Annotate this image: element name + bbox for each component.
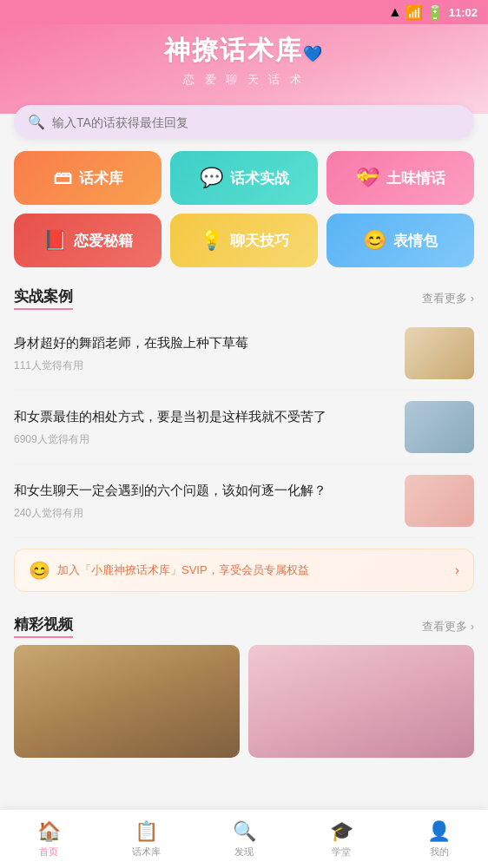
grid-icon-huashu: 🗃 [53, 167, 72, 189]
wifi-icon: ▲ [388, 4, 402, 20]
grid-label-lianai: 恋爱秘籍 [74, 231, 133, 251]
case-image [405, 475, 474, 527]
case-content: 和女生聊天一定会遇到的六个问题，该如何逐一化解？ 240人觉得有用 [14, 481, 405, 521]
case-image-placeholder [405, 401, 474, 453]
status-icons: ▲ 📶 🔋 [388, 4, 444, 21]
vip-arrow-icon: › [455, 562, 459, 578]
grid-label-shizhan: 话术实战 [230, 168, 289, 188]
grid-btn-liaotian[interactable]: 💡 聊天技巧 [170, 214, 318, 267]
video-title: 精彩视频 [14, 615, 73, 638]
video-section-header: 精彩视频 查看更多 › [0, 602, 488, 645]
video-thumbnail-2 [248, 645, 474, 758]
bottom-nav: 🏠 首页 📋 话术库 🔍 发现 🎓 学堂 👤 我的 [0, 809, 488, 868]
case-item[interactable]: 身材超好的舞蹈老师，在我脸上种下草莓 111人觉得有用 [14, 317, 474, 391]
battery-icon: 🔋 [426, 4, 444, 21]
cases-section-header: 实战案例 查看更多 › [0, 274, 488, 317]
case-list: 身材超好的舞蹈老师，在我脸上种下草莓 111人觉得有用 和女票最佳的相处方式，要… [0, 317, 488, 538]
nav-label-discover: 发现 [234, 845, 254, 858]
grid-btn-biaoqing[interactable]: 😊 表情包 [326, 214, 474, 267]
classroom-icon: 🎓 [330, 820, 353, 843]
video-thumbnail-1 [14, 645, 240, 758]
search-input[interactable] [52, 115, 460, 129]
video-grid [14, 645, 474, 758]
status-bar: ▲ 📶 🔋 11:02 [0, 0, 488, 24]
grid-btn-lianai[interactable]: 📕 恋爱秘籍 [14, 214, 162, 267]
grid-label-huashu: 话术库 [79, 168, 123, 188]
case-count: 240人觉得有用 [14, 506, 394, 521]
grid-icon-biaoqing: 😊 [363, 229, 386, 252]
grid-icon-shizhan: 💬 [200, 167, 223, 189]
grid-label-tuwei: 土味情话 [386, 168, 445, 188]
case-content: 身材超好的舞蹈老师，在我脸上种下草莓 111人觉得有用 [14, 333, 405, 373]
nav-item-classroom[interactable]: 🎓 学堂 [293, 820, 390, 858]
case-item[interactable]: 和女票最佳的相处方式，要是当初是这样我就不受苦了 6909人觉得有用 [14, 391, 474, 464]
grid-label-liaotian: 聊天技巧 [230, 231, 289, 251]
video-card[interactable] [14, 645, 240, 758]
cases-more[interactable]: 查看更多 › [422, 291, 474, 306]
grid-icon-liaotian: 💡 [200, 229, 223, 252]
header: 神撩话术库💙 恋 爱 聊 天 话 术 [0, 24, 488, 114]
app-subtitle: 恋 爱 聊 天 话 术 [14, 72, 474, 88]
grid-icon-tuwei: 💝 [356, 167, 379, 189]
case-title: 身材超好的舞蹈老师，在我脸上种下草莓 [14, 333, 394, 353]
vip-banner[interactable]: 😊 加入「小鹿神撩话术库」SVIP，享受会员专属权益 › [14, 549, 474, 592]
search-bar[interactable]: 🔍 [14, 105, 474, 139]
vip-text: 加入「小鹿神撩话术库」SVIP，享受会员专属权益 [57, 562, 455, 578]
case-image [405, 327, 474, 379]
nav-label-huashu: 话术库 [132, 845, 161, 858]
case-image-placeholder [405, 327, 474, 379]
mine-icon: 👤 [427, 820, 451, 843]
case-title: 和女生聊天一定会遇到的六个问题，该如何逐一化解？ [14, 481, 394, 501]
nav-label-mine: 我的 [430, 845, 449, 858]
nav-label-home: 首页 [39, 845, 58, 858]
home-icon: 🏠 [37, 820, 61, 843]
grid-btn-huashu[interactable]: 🗃 话术库 [14, 151, 162, 205]
huashu-icon: 📋 [135, 820, 158, 843]
case-image-placeholder [405, 475, 474, 527]
status-time: 11:02 [449, 6, 478, 19]
video-more[interactable]: 查看更多 › [422, 619, 474, 635]
grid-icon-lianai: 📕 [43, 229, 67, 252]
grid-btn-shizhan[interactable]: 💬 话术实战 [170, 151, 318, 205]
app-title: 神撩话术库💙 [14, 33, 474, 69]
case-content: 和女票最佳的相处方式，要是当初是这样我就不受苦了 6909人觉得有用 [14, 407, 405, 447]
case-item[interactable]: 和女生聊天一定会遇到的六个问题，该如何逐一化解？ 240人觉得有用 [14, 464, 474, 538]
case-title: 和女票最佳的相处方式，要是当初是这样我就不受苦了 [14, 407, 394, 427]
video-card[interactable] [248, 645, 474, 758]
nav-label-classroom: 学堂 [332, 845, 351, 858]
vip-emoji: 😊 [29, 560, 50, 581]
grid-btn-tuwei[interactable]: 💝 土味情话 [326, 151, 474, 205]
search-icon: 🔍 [28, 114, 45, 130]
grid-buttons: 🗃 话术库 💬 话术实战 💝 土味情话 📕 恋爱秘籍 💡 聊天技巧 😊 表情包 [0, 139, 488, 274]
case-count: 6909人觉得有用 [14, 432, 394, 447]
nav-item-discover[interactable]: 🔍 发现 [195, 820, 293, 858]
nav-item-huashu[interactable]: 📋 话术库 [97, 820, 195, 858]
case-count: 111人觉得有用 [14, 358, 394, 373]
signal-icon: 📶 [406, 4, 423, 21]
discover-icon: 🔍 [233, 820, 256, 843]
grid-label-biaoqing: 表情包 [393, 231, 438, 251]
cases-title: 实战案例 [14, 286, 73, 310]
nav-item-home[interactable]: 🏠 首页 [0, 820, 97, 858]
nav-item-mine[interactable]: 👤 我的 [391, 820, 488, 858]
case-image [405, 401, 474, 453]
